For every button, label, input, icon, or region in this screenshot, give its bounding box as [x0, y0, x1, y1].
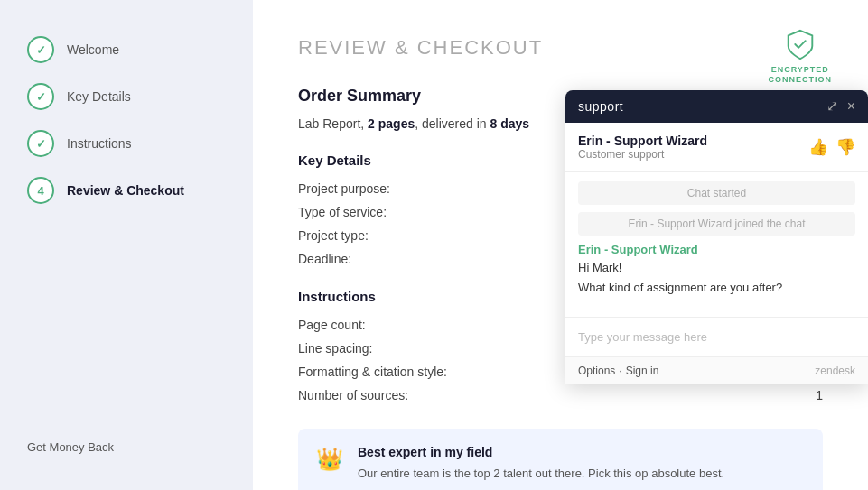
check-icon: ✓: [36, 43, 46, 57]
sidebar-item-label-review: Review & Checkout: [67, 183, 184, 198]
detail-label-3: Deadline:: [298, 252, 351, 266]
step-number-review: 4: [37, 184, 43, 198]
chat-message-line1: Hi Mark!: [578, 260, 855, 276]
thumbs-up-button[interactable]: 👍: [808, 137, 828, 157]
check-icon-2: ✓: [36, 90, 46, 104]
chat-status-started: Chat started: [578, 181, 855, 205]
chat-messages: Chat started Erin - Support Wizard joine…: [565, 172, 868, 317]
chat-close-button[interactable]: ×: [847, 99, 855, 114]
encrypted-badge: EncryptedConnection: [769, 27, 833, 85]
page-title: Review & Checkout: [298, 36, 823, 60]
agent-feedback: 👍 👎: [808, 137, 855, 157]
sidebar-item-welcome[interactable]: ✓ Welcome: [27, 36, 226, 63]
sidebar-item-label-instructions: Instructions: [67, 136, 132, 151]
chat-join-line: Erin - Support Wizard joined the chat: [578, 212, 855, 236]
encrypted-text: EncryptedConnection: [769, 65, 833, 85]
chat-header-title: support: [578, 99, 623, 114]
chat-input-area: [565, 317, 868, 356]
chat-footer: Options · Sign in zendesk: [565, 356, 868, 384]
sidebar-item-review-checkout[interactable]: 4 Review & Checkout: [27, 177, 226, 204]
chat-message-line2: What kind of assignment are you after?: [578, 280, 855, 296]
sidebar-steps: ✓ Welcome ✓ Key Details ✓ Instructions 4…: [27, 36, 226, 204]
sidebar: ✓ Welcome ✓ Key Details ✓ Instructions 4…: [0, 0, 253, 490]
instr-row-3: Number of sources: 1: [298, 384, 823, 407]
chat-message-1: Erin - Support Wizard Hi Mark! What kind…: [578, 243, 855, 296]
step-circle-review: 4: [27, 177, 54, 204]
thumbs-down-button[interactable]: 👎: [835, 137, 855, 157]
instr-value-3: 1: [816, 388, 823, 402]
thumbs-up-icon: 👍: [808, 138, 828, 156]
step-circle-instructions: ✓: [27, 130, 54, 157]
check-icon-3: ✓: [36, 137, 46, 151]
crown-icon: 👑: [316, 447, 343, 472]
detail-label-0: Project purpose:: [298, 181, 390, 196]
chat-expand-button[interactable]: ⤢: [826, 99, 838, 114]
order-summary-text: Lab Report, 2 pages, delivered in 8 days: [298, 116, 529, 131]
chat-footer-separator: ·: [619, 365, 621, 377]
main-content: EncryptedConnection Review & Checkout Or…: [253, 0, 868, 490]
detail-label-2: Project type:: [298, 228, 369, 243]
chat-widget: support ⤢ × Erin - Support Wizard Custom…: [565, 90, 868, 384]
highlight-box: 👑 Best expert in my field Our entire tea…: [298, 429, 823, 490]
instr-label-0: Page count:: [298, 318, 366, 332]
instr-label-3: Number of sources:: [298, 388, 408, 402]
chat-header: support ⤢ ×: [565, 90, 868, 123]
step-circle-key-details: ✓: [27, 83, 54, 110]
highlight-title: Best expert in my field: [358, 445, 724, 459]
chat-agent-bar: Erin - Support Wizard Customer support 👍…: [565, 123, 868, 172]
instr-label-1: Line spacing:: [298, 341, 373, 356]
agent-name: Erin - Support Wizard: [578, 134, 707, 148]
chat-footer-brand: zendesk: [815, 365, 855, 377]
agent-role: Customer support: [578, 148, 707, 161]
sidebar-bottom-link[interactable]: Get Money Back: [27, 440, 226, 454]
step-circle-welcome: ✓: [27, 36, 54, 63]
chat-message-sender: Erin - Support Wizard: [578, 243, 855, 256]
sidebar-item-label-welcome: Welcome: [67, 42, 119, 57]
instr-label-2: Formatting & citation style:: [298, 365, 447, 379]
sidebar-item-label-key-details: Key Details: [67, 89, 131, 104]
highlight-text: Best expert in my field Our entire team …: [358, 445, 724, 483]
chat-header-actions: ⤢ ×: [826, 99, 855, 114]
sidebar-item-key-details[interactable]: ✓ Key Details: [27, 83, 226, 110]
chat-footer-links: Options · Sign in: [578, 365, 658, 377]
thumbs-down-icon: 👎: [835, 138, 855, 156]
detail-label-1: Type of service:: [298, 205, 387, 219]
shield-icon: [783, 27, 817, 61]
sidebar-item-instructions[interactable]: ✓ Instructions: [27, 130, 226, 157]
chat-message-input[interactable]: [565, 318, 868, 356]
highlight-body: Our entire team is the top 2 talent out …: [358, 465, 724, 483]
chat-signin-link[interactable]: Sign in: [626, 365, 659, 377]
agent-info: Erin - Support Wizard Customer support: [578, 134, 707, 161]
chat-options-link[interactable]: Options: [578, 365, 615, 377]
